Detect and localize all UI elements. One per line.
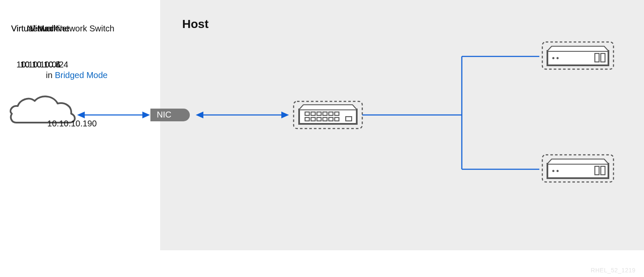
switch-ip: 10.10.10.190 [0, 118, 144, 129]
vm2-label-block: Virtual Machine 10.10.10.5 [0, 0, 80, 82]
vm2-label: Virtual Machine [0, 23, 80, 34]
host-title: Host [182, 17, 208, 31]
host-background [160, 0, 644, 250]
watermark-text: RHEL_52_1219 [591, 267, 636, 274]
vm2-ip: 10.10.10.5 [0, 59, 80, 70]
